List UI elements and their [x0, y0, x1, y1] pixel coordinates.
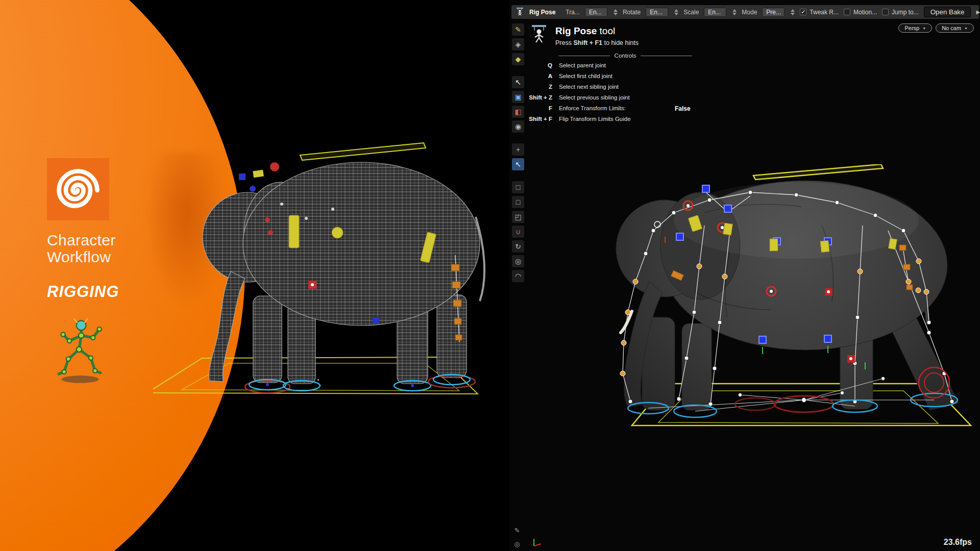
play-icon[interactable]: ▶	[976, 9, 980, 15]
tweak-checkbox-label: Tweak R...	[810, 9, 839, 16]
rig-character-icon	[48, 316, 210, 388]
rotate-handle-icon[interactable]: □	[512, 196, 524, 208]
toolbar-tool-name: Rig Pose	[529, 9, 555, 16]
move-icon[interactable]: +	[512, 143, 524, 156]
brand-title: Character Workflow	[47, 232, 210, 265]
houdini-panel: Rig Pose Tra... En... Rotate En... Scale…	[509, 0, 980, 551]
chevron-down-icon: ▼	[922, 27, 926, 30]
textured-elephant-mesh	[616, 181, 959, 410]
recook-icon[interactable]: ↻	[512, 240, 524, 253]
mode-value: Pre...	[766, 9, 781, 16]
viewport-bottom-tools: ✎ ◎	[511, 524, 523, 550]
jump-checkbox-label: Jump to...	[892, 9, 919, 16]
wireframe-elephant-mesh	[203, 162, 484, 384]
scale-handle-icon[interactable]: ◰	[512, 211, 524, 223]
persp-label: Persp	[904, 25, 919, 31]
hint-title: Rig Pose tool	[555, 26, 639, 37]
translate-label: Tra...	[566, 9, 580, 16]
shortcut-row: Shift + FFlip Transform Limits Guide	[522, 116, 762, 127]
translate-select[interactable]: En...	[585, 8, 607, 17]
shortcut-row: FEnforce Transform Limits:False	[522, 105, 762, 116]
camera-controls: Persp ▼ No cam ▼	[898, 23, 974, 33]
translate-spinner-icon[interactable]	[614, 9, 618, 15]
shortcut-row: Shift + ZSelect previous sibling joint	[522, 94, 762, 105]
dome-light-icon[interactable]: ◠	[512, 270, 524, 282]
persp-menu[interactable]: Persp ▼	[898, 23, 932, 33]
shortcut-row: QSelect parent joint	[522, 62, 762, 73]
houdini-logo	[47, 158, 109, 220]
screen: Character Workflow RIGGING	[0, 0, 980, 551]
mode-select[interactable]: Pre...	[762, 8, 785, 17]
shortcut-list: QSelect parent joint ASelect first child…	[522, 62, 762, 127]
scale-spinner-icon[interactable]	[732, 9, 737, 15]
shortcut-row: ZSelect next sibling joint	[522, 84, 762, 94]
camera-label: No cam	[942, 25, 961, 31]
spine-control-bar[interactable]	[753, 164, 883, 180]
spiral-logo-icon	[54, 165, 103, 214]
hint-title-rest: tool	[597, 26, 615, 36]
scale-select[interactable]: En...	[704, 8, 726, 17]
right-foot-controls[interactable]	[628, 367, 958, 417]
checkbox-empty-icon	[844, 9, 850, 15]
rig-pose-hint-panel: Rig Pose tool Press Shift + F1 to hide h…	[522, 23, 762, 127]
brand-title-line1: Character	[47, 232, 210, 248]
open-bake-button[interactable]: Open Bake	[924, 7, 971, 17]
mode-label: Mode	[742, 9, 757, 16]
shortcut-row: ASelect first child joint	[522, 73, 762, 84]
mode-spinner-icon[interactable]	[791, 9, 795, 15]
rig-select-icon[interactable]: ↖	[512, 158, 524, 170]
transform-limits-value: False	[675, 105, 691, 112]
controls-header: Controls	[558, 53, 692, 59]
scale-label: Scale	[683, 9, 699, 16]
rotate-spinner-icon[interactable]	[674, 9, 678, 15]
rotate-label: Rotate	[623, 9, 641, 16]
checkbox-empty-icon	[882, 9, 889, 15]
fps-counter: 23.6fps	[944, 538, 972, 547]
cursor-dot	[317, 379, 319, 381]
target-icon[interactable]: ◎	[511, 538, 523, 550]
hint-title-bold: Rig Pose	[555, 26, 597, 36]
snap-magnet-icon[interactable]: ∪	[512, 226, 524, 238]
translate-handle-icon[interactable]: □	[512, 181, 524, 193]
chevron-down-icon: ▼	[964, 27, 968, 30]
tool-options-toolbar: Rig Pose Tra... En... Rotate En... Scale…	[511, 5, 979, 19]
textured-elephant-view[interactable]	[577, 164, 980, 437]
hint-subtitle: Press Shift + F1 to hide hints	[555, 39, 639, 46]
zoom-icon[interactable]: ◎	[512, 255, 524, 267]
rotate-value: En...	[650, 9, 663, 16]
tweak-checkbox[interactable]: ✓ Tweak R...	[800, 9, 839, 16]
brand-subtitle: RIGGING	[47, 283, 210, 301]
marionette-icon	[529, 23, 549, 46]
jump-checkbox[interactable]: Jump to...	[882, 9, 919, 16]
motion-checkbox-label: Motion...	[853, 9, 877, 16]
spine-control-bar[interactable]	[300, 143, 426, 160]
annotate-icon[interactable]: ✎	[511, 524, 523, 536]
motion-checkbox[interactable]: Motion...	[844, 9, 877, 16]
brand-title-line2: Workflow	[47, 248, 210, 265]
rig-pose-tool-icon[interactable]	[516, 7, 524, 17]
checkbox-checked-icon: ✓	[800, 9, 806, 15]
camera-menu[interactable]: No cam ▼	[936, 23, 974, 33]
translate-value: En...	[589, 9, 602, 16]
rotate-select[interactable]: En...	[646, 8, 668, 17]
scale-value: En...	[708, 9, 721, 16]
brand-block: Character Workflow RIGGING	[47, 158, 210, 388]
